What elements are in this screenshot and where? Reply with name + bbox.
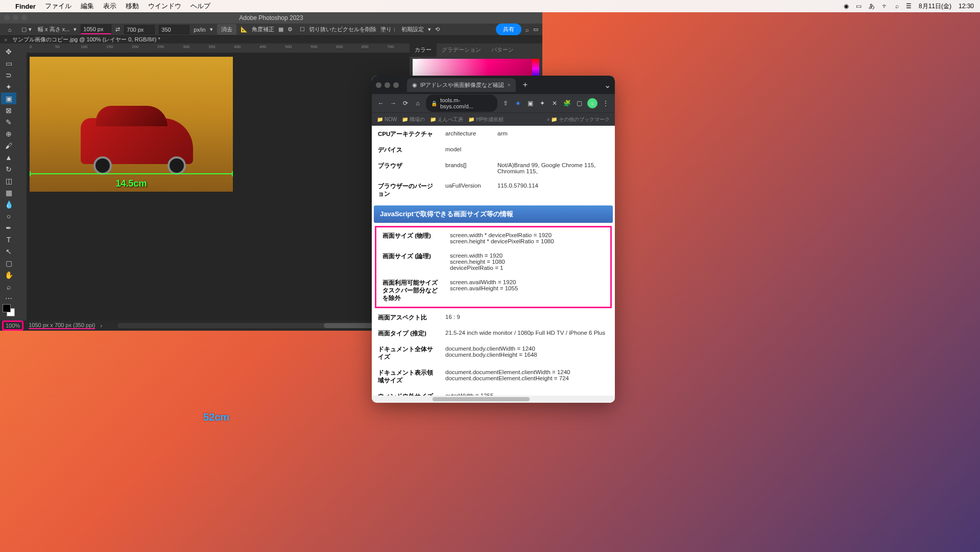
lasso-tool[interactable]: ⊃ (1, 69, 16, 81)
new-tab-icon[interactable]: + (523, 80, 528, 89)
grid-icon[interactable]: ▦ (278, 26, 283, 33)
tab-gradient[interactable]: グラデーション (437, 43, 486, 57)
zoom-tool[interactable]: ⌕ (1, 281, 16, 292)
bookmark-folder[interactable]: 📁 えんぺ工房 (430, 116, 463, 123)
forward-icon[interactable]: → (389, 100, 397, 107)
swap-icon[interactable]: ⇄ (115, 26, 120, 33)
dodge-tool[interactable]: ○ (1, 210, 16, 222)
marquee-tool[interactable]: ▭ (1, 57, 16, 69)
search-icon[interactable]: ⌕ (525, 27, 529, 33)
ratio-label[interactable]: 幅 x 高さ x... (38, 26, 69, 33)
angle-label[interactable]: 角度補正 (252, 26, 274, 33)
eyedropper-tool[interactable]: ✎ (1, 116, 16, 128)
gear-icon[interactable]: ⚙ (288, 26, 293, 33)
ps-document-tab[interactable]: × サンプル画像のコピー.jpg @ 100% (レイヤー 0, RGB/8#)… (0, 36, 542, 43)
scrollbar[interactable] (372, 396, 615, 403)
share-icon[interactable]: ⇧ (501, 100, 510, 107)
crop-tool-icon[interactable]: ▢ ▾ (19, 24, 34, 35)
frame-tool[interactable]: ⊠ (1, 104, 16, 116)
input-icon[interactable]: あ (869, 2, 875, 11)
menu-window[interactable]: ウインドウ (148, 2, 181, 11)
unit-label[interactable]: px/in (194, 27, 205, 33)
fill-value[interactable]: 初期設定 (401, 26, 424, 33)
home-icon[interactable]: ⌂ (414, 100, 422, 107)
history-brush-tool[interactable]: ↻ (1, 163, 16, 175)
maximize-icon[interactable] (393, 82, 399, 88)
wand-tool[interactable]: ✦ (1, 81, 16, 93)
browser-tab[interactable]: ◉ IPアドレスや画面解像度など確認 × (407, 78, 516, 92)
workspace-icon[interactable]: ▭ (533, 26, 538, 33)
time[interactable]: 12:30 (959, 3, 974, 10)
bookmark-folder[interactable]: 📁 HP作成依頼 (468, 116, 504, 123)
close-tab-icon[interactable]: × (507, 82, 510, 88)
more-tools[interactable]: ⋯ (1, 292, 16, 304)
bookmark-folder[interactable]: 📁 NOW (377, 117, 397, 122)
close-tab-icon[interactable]: × (4, 37, 7, 43)
url-bar[interactable]: 🔒 tools.m-bsys.com/d... (426, 95, 497, 112)
minimize-icon[interactable] (13, 15, 18, 20)
extension-icon[interactable]: ✦ (538, 100, 546, 107)
tab-color[interactable]: カラー (410, 43, 437, 57)
puzzle-icon[interactable]: 🧩 (563, 100, 571, 107)
table-row: 画面サイズ (論理)screen.width = 1920 screen.hei… (377, 249, 609, 274)
doc-info[interactable]: 1050 px x 700 px (350 ppi) (29, 322, 95, 329)
chevron-right-icon[interactable]: › (100, 323, 102, 329)
chevron-down-icon[interactable]: ⌄ (604, 80, 611, 90)
wifi-icon[interactable]: ᯤ (882, 3, 888, 10)
menu-file[interactable]: ファイル (45, 2, 71, 11)
type-tool[interactable]: T (1, 234, 16, 245)
close-icon[interactable] (4, 15, 10, 20)
ps-color-panel: カラー グラデーション パターン (410, 43, 542, 79)
eraser-tool[interactable]: ◫ (1, 175, 16, 187)
maximize-icon[interactable] (21, 15, 27, 20)
menu-view[interactable]: 表示 (103, 2, 116, 11)
reload-icon[interactable]: ⟳ (401, 100, 410, 107)
reset-icon[interactable]: ⟲ (435, 26, 440, 33)
share-button[interactable]: 共有 (496, 24, 521, 35)
gradient-tool[interactable]: ▦ (1, 187, 16, 198)
date[interactable]: 8月11日(金) (919, 2, 951, 11)
stamp-tool[interactable]: ▲ (1, 151, 16, 163)
tab-pattern[interactable]: パターン (486, 43, 519, 57)
canvas-image[interactable]: 14.5cm (30, 57, 233, 192)
clear-button[interactable]: 消去 (217, 24, 236, 35)
height-input[interactable] (124, 25, 155, 34)
close-icon[interactable] (376, 82, 381, 88)
browser-content[interactable]: CPUアーキテクチャarchitecturearm デバイスmodel ブラウザ… (372, 126, 615, 396)
straighten-icon[interactable]: 📐 (241, 26, 248, 33)
panel-icon[interactable]: ▢ (575, 100, 583, 107)
home-icon[interactable]: ⌂ (4, 24, 15, 35)
battery-icon[interactable]: ▭ (856, 3, 862, 10)
crop-tool[interactable]: ▣ (1, 93, 16, 104)
search-icon[interactable]: ⌕ (895, 3, 899, 10)
shape-tool[interactable]: ▢ (1, 257, 16, 269)
path-tool[interactable]: ↖ (1, 245, 16, 257)
zoom-level[interactable]: 100% (2, 320, 23, 331)
menu-edit[interactable]: 編集 (81, 2, 94, 11)
star-icon[interactable]: ★ (514, 100, 522, 107)
pen-tool[interactable]: ✒ (1, 222, 16, 234)
width-input[interactable] (81, 25, 111, 34)
minimize-icon[interactable] (385, 82, 390, 88)
menu-go[interactable]: 移動 (126, 2, 139, 11)
hand-tool[interactable]: ✋ (1, 269, 16, 281)
resolution-input[interactable] (159, 25, 189, 34)
extension-icon[interactable]: ✕ (551, 100, 559, 107)
measurement-line (30, 173, 233, 174)
app-name[interactable]: Finder (15, 3, 36, 10)
bookmark-more[interactable]: » 📁 その他のブックマーク (547, 116, 610, 123)
blur-tool[interactable]: 💧 (1, 198, 16, 210)
back-icon[interactable]: ← (377, 100, 385, 107)
move-tool[interactable]: ✥ (1, 45, 16, 57)
ps-titlebar[interactable]: Adobe Photoshop 2023 (0, 12, 542, 24)
menu-help[interactable]: ヘルプ (190, 2, 210, 11)
control-center-icon[interactable]: ☰ (906, 3, 912, 10)
status-icon[interactable]: ◉ (844, 3, 849, 10)
extension-icon[interactable]: ▣ (526, 100, 534, 107)
brush-tool[interactable]: 🖌 (1, 140, 16, 151)
color-swatch[interactable] (3, 304, 15, 316)
avatar[interactable]: s (587, 98, 597, 108)
menu-icon[interactable]: ⋮ (602, 100, 610, 107)
heal-tool[interactable]: ⊕ (1, 128, 16, 140)
bookmark-folder[interactable]: 📁 職場の (402, 116, 425, 123)
